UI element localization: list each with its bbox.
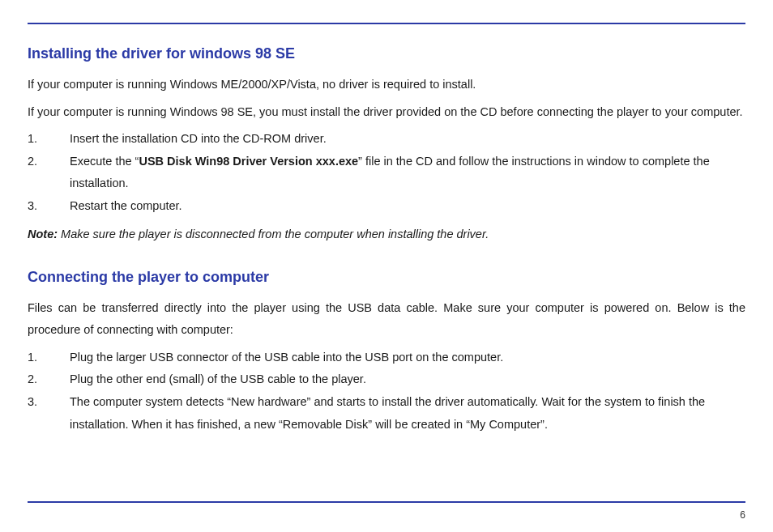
- document-page: Installing the driver for windows 98 SE …: [0, 0, 773, 532]
- list-item: 1. Plug the larger USB connector of the …: [28, 347, 745, 369]
- step-number: 1.: [28, 128, 70, 151]
- paragraph: Files can be transferred directly into t…: [28, 297, 745, 342]
- step-text: The computer system detects “New hardwar…: [70, 391, 745, 436]
- paragraph: If your computer is running Windows ME/2…: [28, 74, 745, 96]
- paragraph: If your computer is running Windows 98 S…: [28, 101, 745, 124]
- bold-filename: USB Disk Win98 Driver Version xxx.exe: [139, 155, 358, 168]
- list-item: 1. Insert the installation CD into the C…: [28, 128, 745, 151]
- page-number: 6: [740, 509, 745, 521]
- ordered-steps: 1. Plug the larger USB connector of the …: [28, 347, 745, 436]
- note-label: Note:: [28, 228, 58, 240]
- step-text: Plug the other end (small) of the USB ca…: [70, 368, 745, 391]
- note-text: Make sure the player is disconnected fro…: [58, 228, 489, 240]
- step-text-part: Execute the “: [70, 155, 139, 168]
- list-item: 3. Restart the computer.: [28, 195, 745, 218]
- step-number: 3.: [28, 391, 70, 436]
- step-text: Insert the installation CD into the CD-R…: [70, 128, 745, 151]
- note: Note: Make sure the player is disconnect…: [28, 223, 745, 246]
- step-number: 1.: [28, 347, 70, 369]
- list-item: 2. Execute the “USB Disk Win98 Driver Ve…: [28, 151, 745, 195]
- step-text: Execute the “USB Disk Win98 Driver Versi…: [70, 151, 745, 195]
- section-heading-install-driver: Installing the driver for windows 98 SE: [28, 45, 745, 62]
- step-number: 2.: [28, 151, 70, 195]
- step-number: 3.: [28, 195, 70, 218]
- step-text: Plug the larger USB connector of the USB…: [70, 347, 745, 369]
- section-heading-connecting: Connecting the player to computer: [28, 269, 745, 286]
- bottom-divider: [28, 501, 745, 503]
- list-item: 2. Plug the other end (small) of the USB…: [28, 368, 745, 391]
- step-text: Restart the computer.: [70, 195, 745, 218]
- step-number: 2.: [28, 368, 70, 391]
- top-divider: [28, 23, 745, 24]
- section-spacer: [28, 246, 745, 269]
- list-item: 3. The computer system detects “New hard…: [28, 391, 745, 436]
- ordered-steps: 1. Insert the installation CD into the C…: [28, 128, 745, 217]
